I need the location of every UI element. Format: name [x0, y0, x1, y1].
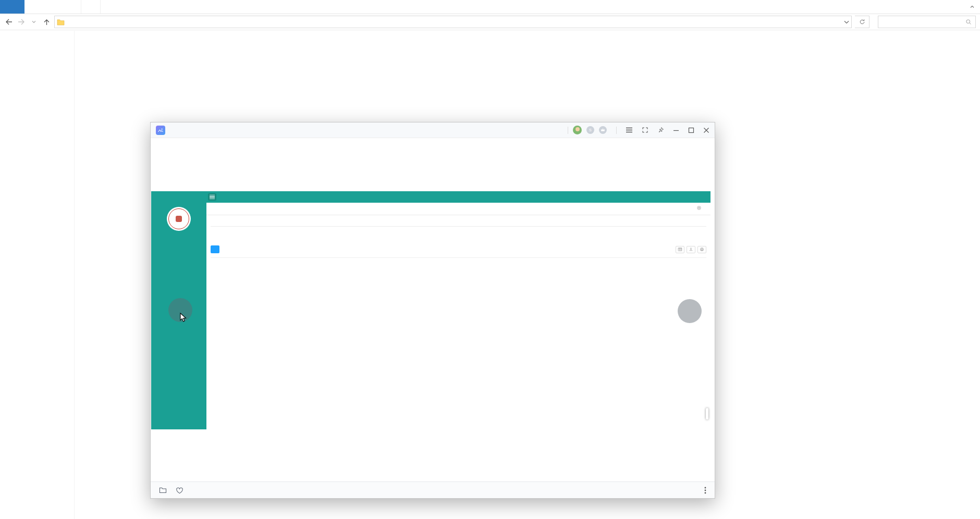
file-grid	[75, 31, 980, 37]
explorer-sidebar-tree	[0, 31, 75, 519]
ribbon-tab-picture-tools[interactable]	[81, 0, 101, 14]
svg-text:S: S	[589, 128, 592, 132]
recent-locations-icon[interactable]	[29, 20, 39, 23]
table-columns-icon[interactable]	[676, 246, 684, 253]
ribbon-tab-home[interactable]	[24, 0, 43, 14]
supermarket-app-screenshot	[151, 191, 710, 429]
refresh-icon[interactable]	[855, 16, 869, 28]
app-tabbar	[206, 203, 710, 215]
mouse-cursor	[178, 312, 188, 323]
user-avatar[interactable]	[573, 126, 582, 134]
address-bar	[0, 14, 980, 30]
up-icon[interactable]	[42, 19, 51, 26]
like-heart-icon[interactable]	[176, 487, 183, 494]
file-menu-button[interactable]	[0, 0, 24, 14]
viewer-toolbar	[151, 481, 715, 498]
search-panel-title	[211, 218, 706, 227]
breadcrumb[interactable]	[54, 16, 852, 28]
more-options-icon[interactable]	[704, 487, 706, 494]
pin-window-icon[interactable]	[657, 127, 664, 133]
viewer-app-icon	[156, 126, 165, 135]
divider	[568, 127, 568, 134]
image-viewer-window: S	[150, 122, 715, 499]
ribbon-tab-share[interactable]	[43, 0, 62, 14]
address-dropdown-icon[interactable]	[844, 20, 849, 24]
divider	[616, 127, 617, 134]
ribbon-collapse-icon[interactable]	[964, 0, 980, 14]
sidebar-toggle-icon[interactable]	[208, 193, 216, 201]
search-icon	[965, 19, 972, 25]
print-mini-icon[interactable]	[697, 246, 706, 253]
crown-badge-icon	[599, 126, 607, 134]
viewer-menu-icon[interactable]	[626, 127, 633, 133]
next-image-overlay-button[interactable]	[678, 299, 702, 323]
forward-icon[interactable]	[17, 19, 26, 25]
minimize-icon[interactable]	[673, 127, 679, 133]
app-logo	[167, 207, 191, 231]
ribbon-bar	[0, 0, 980, 14]
coin-badge-icon: S	[586, 126, 594, 134]
export-icon[interactable]	[687, 246, 695, 253]
viewer-canvas	[151, 138, 715, 481]
search-input[interactable]	[878, 16, 976, 28]
back-icon[interactable]	[4, 19, 14, 25]
page-ops-dropdown[interactable]	[697, 206, 705, 210]
favorites-folder-icon	[159, 487, 167, 493]
product-table	[211, 257, 706, 258]
favorites-button[interactable]	[159, 487, 169, 493]
close-icon[interactable]	[703, 127, 709, 133]
ribbon-tab-view[interactable]	[62, 0, 81, 14]
app-header	[151, 191, 710, 203]
app-main	[206, 203, 710, 429]
maximize-icon[interactable]	[688, 127, 694, 133]
add-product-button[interactable]	[211, 245, 219, 253]
folder-icon	[57, 19, 65, 26]
app-scrollbar-thumb[interactable]	[706, 408, 708, 419]
fullscreen-icon[interactable]	[642, 127, 648, 133]
viewer-titlebar[interactable]: S	[151, 122, 715, 138]
